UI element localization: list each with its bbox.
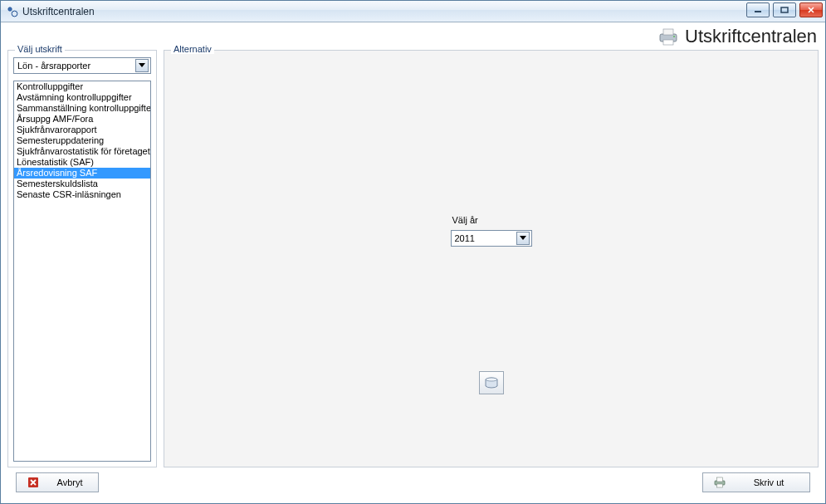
year-value: 2011 (455, 233, 516, 243)
bottombar: Avbryt Skriv ut (1, 467, 825, 497)
content: Välj utskrift Lön - årsrapporter Kontrol… (1, 50, 825, 467)
left-panel: Välj utskrift Lön - årsrapporter Kontrol… (7, 50, 157, 467)
close-button[interactable] (799, 2, 823, 17)
printer-icon (657, 27, 680, 46)
svg-rect-12 (717, 484, 723, 487)
alternatives-legend: Alternativ (171, 44, 214, 54)
list-item[interactable]: Sjukfrånvarorapport (14, 125, 150, 135)
center-action-button[interactable] (479, 371, 504, 394)
minimize-button[interactable] (746, 2, 770, 17)
cancel-button[interactable]: Avbryt (16, 472, 99, 492)
alternatives-group: Alternativ Välj år 2011 (164, 50, 819, 467)
print-label: Skriv ut (738, 477, 799, 487)
list-item[interactable]: Senaste CSR-inläsningen (14, 189, 150, 200)
list-item[interactable]: Semesterskuldslista (14, 179, 150, 189)
cancel-icon (27, 476, 40, 489)
list-item[interactable]: Lönestatistik (SAF) (14, 157, 150, 168)
year-dropdown[interactable]: 2011 (451, 230, 532, 247)
right-panel: Alternativ Välj år 2011 (164, 50, 819, 467)
banner-title: Utskriftcentralen (685, 26, 817, 47)
svg-rect-2 (755, 11, 761, 12)
cancel-label: Avbryt (51, 477, 88, 487)
year-section: Välj år 2011 (451, 215, 532, 247)
chevron-down-icon (135, 59, 149, 72)
svg-point-0 (8, 7, 12, 10)
list-item[interactable]: Sjukfrånvarostatistik för företaget (14, 146, 150, 157)
printer-icon (713, 476, 726, 489)
svg-rect-5 (663, 29, 673, 35)
svg-rect-6 (663, 40, 673, 45)
svg-point-1 (12, 11, 17, 17)
year-label: Välj år (452, 215, 532, 225)
maximize-button[interactable] (773, 2, 796, 17)
print-button[interactable]: Skriv ut (702, 472, 810, 492)
select-print-group: Välj utskrift Lön - årsrapporter Kontrol… (7, 50, 157, 467)
chevron-down-icon (516, 232, 530, 245)
window-controls (746, 2, 823, 17)
list-item[interactable]: Avstämning kontrolluppgifter (14, 92, 150, 103)
list-item[interactable]: Sammanställning kontrolluppgifter (14, 103, 150, 114)
banner: Utskriftcentralen (1, 22, 825, 50)
svg-point-7 (673, 36, 675, 37)
report-listbox[interactable]: KontrolluppgifterAvstämning kontrolluppg… (13, 81, 151, 462)
svg-rect-11 (717, 477, 723, 482)
report-category-value: Lön - årsrapporter (17, 61, 135, 71)
app-icon (6, 5, 19, 18)
list-item[interactable]: Årsuppg AMF/Fora (14, 114, 150, 125)
list-item[interactable]: Kontrolluppgifter (14, 81, 150, 92)
select-print-legend: Välj utskrift (15, 44, 65, 54)
svg-point-8 (486, 378, 497, 381)
window-title: Utskriftcentralen (22, 6, 95, 17)
list-item[interactable]: Årsredovisning SAF (14, 168, 150, 179)
titlebar: Utskriftcentralen (1, 1, 825, 22)
report-category-dropdown[interactable]: Lön - årsrapporter (13, 57, 151, 74)
list-item[interactable]: Semesteruppdatering (14, 135, 150, 146)
svg-rect-3 (781, 7, 788, 12)
document-icon (484, 377, 499, 389)
